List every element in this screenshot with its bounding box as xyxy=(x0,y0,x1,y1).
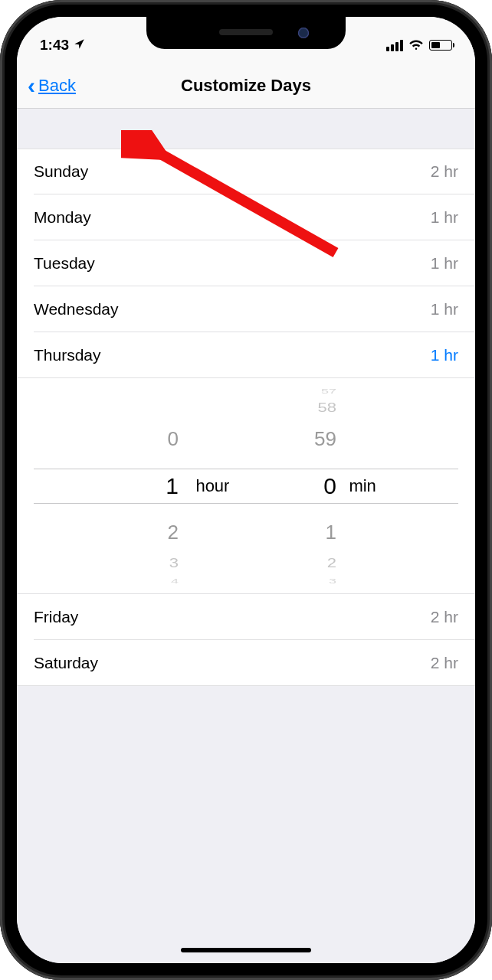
front-camera xyxy=(298,28,309,38)
picker-option[interactable]: 58 xyxy=(292,400,384,416)
day-label: Thursday xyxy=(34,346,101,364)
status-time: 1:43 xyxy=(40,37,69,54)
day-row-tuesday[interactable]: Tuesday 1 hr xyxy=(17,240,475,286)
notch xyxy=(146,17,346,49)
screen: 1:43 ‹ Back Customize Days xyxy=(17,17,475,963)
day-value: 1 hr xyxy=(431,254,458,273)
day-value: 2 hr xyxy=(431,654,458,672)
day-row-sunday[interactable]: Sunday 2 hr xyxy=(17,149,475,194)
day-row-friday[interactable]: Friday 2 hr xyxy=(17,594,475,640)
hours-wheel[interactable]: 0 1 2 3 4 hour xyxy=(139,378,231,593)
day-label: Monday xyxy=(34,208,91,227)
day-value: 1 hr xyxy=(431,346,458,364)
day-label: Sunday xyxy=(34,162,88,181)
day-value: 1 hr xyxy=(431,300,458,318)
day-label: Wednesday xyxy=(34,300,119,318)
location-arrow-icon xyxy=(74,37,85,54)
day-row-saturday[interactable]: Saturday 2 hr xyxy=(17,640,475,686)
minutes-wheel[interactable]: 57 58 59 0 1 2 3 min xyxy=(292,378,384,593)
day-value: 2 hr xyxy=(431,162,458,181)
day-label: Tuesday xyxy=(34,254,95,273)
days-list: Sunday 2 hr Monday 1 hr Tuesday 1 hr Wed… xyxy=(17,149,475,378)
picker-option[interactable]: 59 xyxy=(292,427,384,451)
picker-option[interactable]: 0 xyxy=(139,427,231,451)
day-row-thursday[interactable]: Thursday 1 hr xyxy=(17,332,475,378)
picker-option[interactable]: 3 xyxy=(139,556,231,571)
day-row-wednesday[interactable]: Wednesday 1 hr xyxy=(17,286,475,332)
day-label: Saturday xyxy=(34,654,98,672)
nav-bar: ‹ Back Customize Days xyxy=(17,63,475,109)
speaker-grille xyxy=(219,29,273,35)
picker-option[interactable]: 4 xyxy=(139,577,231,586)
battery-icon xyxy=(429,40,452,51)
cellular-signal-icon xyxy=(386,40,403,51)
picker-option[interactable]: 2 xyxy=(292,556,384,571)
day-label: Friday xyxy=(34,608,78,626)
back-button[interactable]: ‹ Back xyxy=(28,74,76,97)
day-value: 1 hr xyxy=(431,208,458,227)
device-frame: 1:43 ‹ Back Customize Days xyxy=(0,0,492,980)
days-list-after: Friday 2 hr Saturday 2 hr xyxy=(17,594,475,686)
back-label: Back xyxy=(38,76,76,96)
page-title: Customize Days xyxy=(181,76,311,96)
content-area: Sunday 2 hr Monday 1 hr Tuesday 1 hr Wed… xyxy=(17,109,475,963)
chevron-left-icon: ‹ xyxy=(28,74,35,97)
picker-option[interactable]: 3 xyxy=(292,577,384,586)
day-value: 2 hr xyxy=(431,608,458,626)
wifi-icon xyxy=(408,37,424,54)
minutes-unit-label: min xyxy=(349,476,376,496)
time-picker[interactable]: 0 1 2 3 4 hour 57 58 59 0 1 2 3 xyxy=(17,378,475,594)
picker-option[interactable]: 57 xyxy=(292,387,384,396)
hours-unit-label: hour xyxy=(195,476,229,496)
home-indicator[interactable] xyxy=(181,948,311,952)
picker-option[interactable]: 2 xyxy=(139,521,231,544)
day-row-monday[interactable]: Monday 1 hr xyxy=(17,194,475,240)
picker-option[interactable]: 1 xyxy=(292,521,384,544)
